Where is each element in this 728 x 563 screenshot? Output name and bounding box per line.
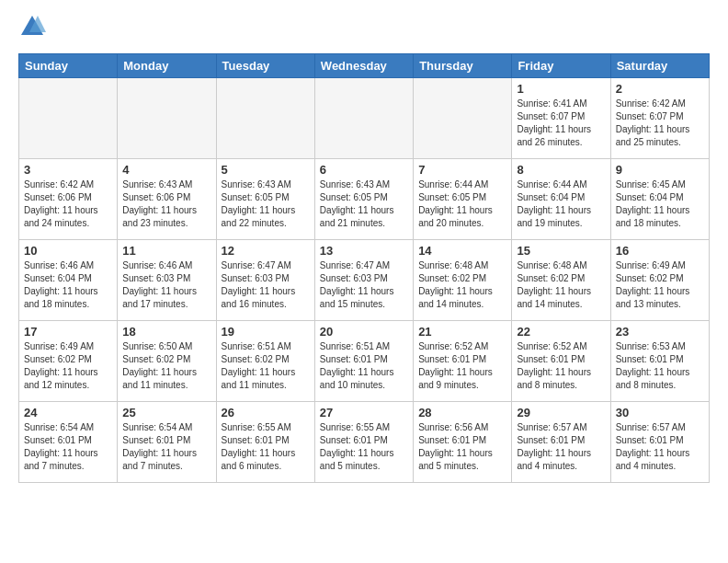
day-info: Sunrise: 6:52 AM Sunset: 6:01 PM Dayligh… [517,340,605,392]
calendar-day-cell: 11Sunrise: 6:46 AM Sunset: 6:03 PM Dayli… [118,240,216,321]
day-info: Sunrise: 6:57 AM Sunset: 6:01 PM Dayligh… [517,421,605,473]
day-number: 14 [418,244,506,258]
calendar-body: 1Sunrise: 6:41 AM Sunset: 6:07 PM Daylig… [19,78,710,483]
day-number: 22 [517,325,605,339]
day-number: 3 [24,163,112,177]
calendar-day-cell: 10Sunrise: 6:46 AM Sunset: 6:04 PM Dayli… [19,240,118,321]
day-number: 10 [24,244,112,258]
day-info: Sunrise: 6:55 AM Sunset: 6:01 PM Dayligh… [222,421,310,473]
calendar-day-cell: 9Sunrise: 6:45 AM Sunset: 6:04 PM Daylig… [610,159,709,240]
day-info: Sunrise: 6:53 AM Sunset: 6:01 PM Dayligh… [616,340,704,392]
day-info: Sunrise: 6:48 AM Sunset: 6:02 PM Dayligh… [418,259,506,311]
day-number: 19 [222,325,310,339]
day-number: 23 [616,325,704,339]
weekday-header: Sunday [19,54,118,78]
day-info: Sunrise: 6:46 AM Sunset: 6:03 PM Dayligh… [122,259,210,311]
header [18,15,710,42]
calendar-week-row: 1Sunrise: 6:41 AM Sunset: 6:07 PM Daylig… [19,78,710,159]
calendar-day-cell: 15Sunrise: 6:48 AM Sunset: 6:02 PM Dayli… [512,240,610,321]
calendar-day-cell: 6Sunrise: 6:43 AM Sunset: 6:05 PM Daylig… [314,159,413,240]
calendar-week-row: 10Sunrise: 6:46 AM Sunset: 6:04 PM Dayli… [19,240,710,321]
day-number: 20 [320,325,408,339]
calendar-day-cell: 28Sunrise: 6:56 AM Sunset: 6:01 PM Dayli… [414,402,512,483]
calendar-day-cell: 27Sunrise: 6:55 AM Sunset: 6:01 PM Dayli… [314,402,413,483]
day-info: Sunrise: 6:56 AM Sunset: 6:01 PM Dayligh… [418,421,506,473]
calendar-day-cell: 18Sunrise: 6:50 AM Sunset: 6:02 PM Dayli… [118,321,216,402]
weekday-header: Friday [512,54,610,78]
calendar-day-cell: 7Sunrise: 6:44 AM Sunset: 6:05 PM Daylig… [414,159,512,240]
weekday-header: Monday [118,54,216,78]
day-info: Sunrise: 6:47 AM Sunset: 6:03 PM Dayligh… [320,259,408,311]
day-info: Sunrise: 6:45 AM Sunset: 6:04 PM Dayligh… [616,178,704,230]
calendar-day-cell: 5Sunrise: 6:43 AM Sunset: 6:05 PM Daylig… [216,159,314,240]
day-info: Sunrise: 6:51 AM Sunset: 6:01 PM Dayligh… [320,340,408,392]
weekday-header: Wednesday [314,54,413,78]
day-info: Sunrise: 6:44 AM Sunset: 6:05 PM Dayligh… [418,178,506,230]
day-number: 27 [320,406,408,419]
calendar-day-cell: 25Sunrise: 6:54 AM Sunset: 6:01 PM Dayli… [118,402,216,483]
day-number: 5 [222,163,310,177]
calendar-day-cell: 26Sunrise: 6:55 AM Sunset: 6:01 PM Dayli… [216,402,314,483]
calendar-day-cell: 3Sunrise: 6:42 AM Sunset: 6:06 PM Daylig… [19,159,118,240]
day-info: Sunrise: 6:41 AM Sunset: 6:07 PM Dayligh… [517,98,605,149]
calendar-day-cell: 13Sunrise: 6:47 AM Sunset: 6:03 PM Dayli… [314,240,413,321]
calendar-day-cell: 23Sunrise: 6:53 AM Sunset: 6:01 PM Dayli… [610,321,709,402]
day-number: 29 [517,406,605,419]
day-info: Sunrise: 6:52 AM Sunset: 6:01 PM Dayligh… [418,340,506,392]
calendar-header: SundayMondayTuesdayWednesdayThursdayFrid… [19,54,710,78]
day-info: Sunrise: 6:57 AM Sunset: 6:01 PM Dayligh… [616,421,704,473]
day-info: Sunrise: 6:49 AM Sunset: 6:02 PM Dayligh… [24,340,112,392]
day-number: 15 [517,244,605,258]
calendar-day-cell: 29Sunrise: 6:57 AM Sunset: 6:01 PM Dayli… [512,402,610,483]
calendar-day-cell [118,78,216,159]
calendar-day-cell: 16Sunrise: 6:49 AM Sunset: 6:02 PM Dayli… [610,240,709,321]
day-info: Sunrise: 6:54 AM Sunset: 6:01 PM Dayligh… [24,421,112,473]
calendar-day-cell: 30Sunrise: 6:57 AM Sunset: 6:01 PM Dayli… [610,402,709,483]
day-number: 16 [616,244,704,258]
calendar-day-cell: 20Sunrise: 6:51 AM Sunset: 6:01 PM Dayli… [314,321,413,402]
day-number: 25 [122,406,210,419]
day-info: Sunrise: 6:42 AM Sunset: 6:07 PM Dayligh… [616,98,704,149]
day-info: Sunrise: 6:47 AM Sunset: 6:03 PM Dayligh… [222,259,310,311]
day-number: 1 [517,82,605,96]
day-info: Sunrise: 6:51 AM Sunset: 6:02 PM Dayligh… [222,340,310,392]
day-number: 24 [24,406,112,419]
calendar-week-row: 24Sunrise: 6:54 AM Sunset: 6:01 PM Dayli… [19,402,710,483]
calendar-day-cell: 8Sunrise: 6:44 AM Sunset: 6:04 PM Daylig… [512,159,610,240]
day-number: 11 [122,244,210,258]
day-number: 12 [222,244,310,258]
day-number: 30 [616,406,704,419]
logo-icon [18,13,46,40]
day-info: Sunrise: 6:54 AM Sunset: 6:01 PM Dayligh… [122,421,210,473]
day-info: Sunrise: 6:43 AM Sunset: 6:05 PM Dayligh… [222,178,310,230]
page: SundayMondayTuesdayWednesdayThursdayFrid… [0,0,728,492]
calendar-day-cell: 24Sunrise: 6:54 AM Sunset: 6:01 PM Dayli… [19,402,118,483]
weekday-header: Saturday [610,54,709,78]
logo [18,15,50,42]
calendar-week-row: 3Sunrise: 6:42 AM Sunset: 6:06 PM Daylig… [19,159,710,240]
calendar-week-row: 17Sunrise: 6:49 AM Sunset: 6:02 PM Dayli… [19,321,710,402]
calendar-day-cell: 2Sunrise: 6:42 AM Sunset: 6:07 PM Daylig… [610,78,709,159]
calendar-day-cell: 12Sunrise: 6:47 AM Sunset: 6:03 PM Dayli… [216,240,314,321]
day-number: 4 [122,163,210,177]
day-number: 7 [418,163,506,177]
weekday-header: Thursday [414,54,512,78]
day-number: 28 [418,406,506,419]
day-info: Sunrise: 6:46 AM Sunset: 6:04 PM Dayligh… [24,259,112,311]
day-info: Sunrise: 6:49 AM Sunset: 6:02 PM Dayligh… [616,259,704,311]
calendar-day-cell: 17Sunrise: 6:49 AM Sunset: 6:02 PM Dayli… [19,321,118,402]
calendar-day-cell: 19Sunrise: 6:51 AM Sunset: 6:02 PM Dayli… [216,321,314,402]
day-number: 8 [517,163,605,177]
weekday-header: Tuesday [216,54,314,78]
day-number: 9 [616,163,704,177]
day-info: Sunrise: 6:43 AM Sunset: 6:05 PM Dayligh… [320,178,408,230]
day-number: 6 [320,163,408,177]
weekday-row: SundayMondayTuesdayWednesdayThursdayFrid… [19,54,710,78]
day-number: 26 [222,406,310,419]
day-number: 21 [418,325,506,339]
calendar-day-cell [414,78,512,159]
calendar-day-cell: 4Sunrise: 6:43 AM Sunset: 6:06 PM Daylig… [118,159,216,240]
day-info: Sunrise: 6:42 AM Sunset: 6:06 PM Dayligh… [24,178,112,230]
calendar-day-cell [314,78,413,159]
day-info: Sunrise: 6:48 AM Sunset: 6:02 PM Dayligh… [517,259,605,311]
